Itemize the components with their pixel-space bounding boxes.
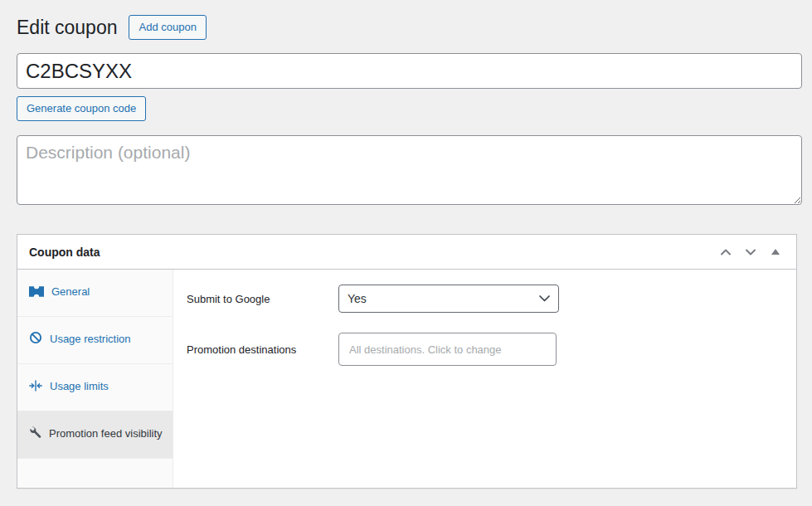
order-up-icon[interactable] <box>713 240 738 265</box>
tab-general[interactable]: General <box>17 270 173 317</box>
submit-to-google-label: Submit to Google <box>187 293 338 305</box>
no-entry-icon <box>29 331 42 349</box>
coupon-data-panel-body: General Usage restriction Usage limits P… <box>17 270 796 488</box>
page-header: Edit coupon Add coupon <box>17 15 802 40</box>
promotion-destinations-label: Promotion destinations <box>187 343 338 356</box>
add-coupon-button[interactable]: Add coupon <box>129 15 206 40</box>
coupon-data-panel: Coupon data General Usage restric <box>17 234 797 489</box>
ticket-icon <box>29 285 44 302</box>
coupon-data-panel-header[interactable]: Coupon data <box>17 235 796 270</box>
order-down-icon[interactable] <box>738 240 763 265</box>
generate-coupon-code-button[interactable]: Generate coupon code <box>17 96 146 121</box>
promotion-destinations-input[interactable] <box>338 333 557 366</box>
coupon-data-title: Coupon data <box>29 246 100 259</box>
tab-label: General <box>51 285 90 298</box>
coupon-data-tabs: General Usage restriction Usage limits P… <box>17 270 173 488</box>
promotion-feed-visibility-panel: Submit to Google Yes Promotion destinati… <box>173 270 796 488</box>
coupon-code-input[interactable] <box>17 53 802 89</box>
panel-handle-actions <box>713 240 788 265</box>
tab-promotion-feed-visibility[interactable]: Promotion feed visibility <box>17 411 173 459</box>
toggle-panel-icon[interactable] <box>763 240 788 265</box>
tab-label: Promotion feed visibility <box>49 427 163 440</box>
tab-label: Usage limits <box>50 380 109 392</box>
compress-icon <box>29 380 42 397</box>
submit-to-google-select-wrap: Yes <box>338 285 559 313</box>
tab-usage-restriction[interactable]: Usage restriction <box>17 317 173 364</box>
tab-label: Usage restriction <box>50 333 131 345</box>
submit-to-google-select[interactable]: Yes <box>338 285 559 313</box>
wrench-icon <box>29 426 41 444</box>
page-title: Edit coupon <box>17 15 117 40</box>
promotion-destinations-row: Promotion destinations <box>187 333 780 366</box>
submit-to-google-row: Submit to Google Yes <box>187 285 780 313</box>
edit-coupon-page: Edit coupon Add coupon Generate coupon c… <box>0 0 812 489</box>
coupon-description-textarea[interactable] <box>17 135 802 205</box>
tab-usage-limits[interactable]: Usage limits <box>17 364 173 411</box>
